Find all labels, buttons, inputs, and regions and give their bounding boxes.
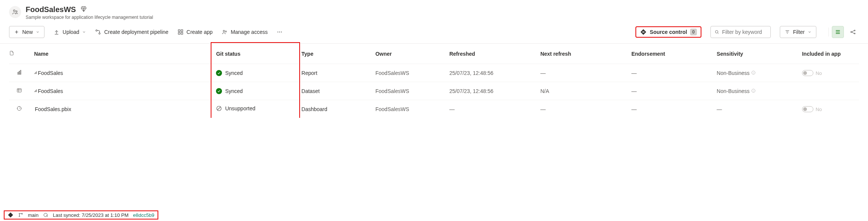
svg-rect-23	[17, 88, 21, 92]
svg-point-16	[851, 32, 852, 33]
file-icon	[9, 50, 14, 56]
row-git-status: Synced	[225, 88, 243, 94]
column-type[interactable]: Type	[302, 44, 375, 64]
git-icon	[640, 29, 647, 35]
workspace-icon	[9, 6, 21, 18]
column-owner[interactable]: Owner	[375, 44, 449, 64]
column-next-refresh[interactable]: Next refresh	[540, 44, 631, 64]
svg-point-12	[281, 32, 282, 32]
row-owner: FoodSalesWS	[375, 64, 449, 82]
toggle-label: No	[816, 107, 822, 112]
upload-button[interactable]: Upload	[54, 29, 86, 35]
svg-point-0	[14, 10, 15, 12]
lineage-view-button[interactable]	[847, 26, 859, 38]
column-included[interactable]: Included in app	[802, 44, 859, 64]
row-endorsement: —	[631, 100, 716, 118]
premium-diamond-icon	[80, 6, 87, 14]
svg-point-3	[99, 33, 100, 34]
row-owner: FoodSalesWS	[375, 82, 449, 100]
row-sensitivity: Non-Business	[717, 70, 750, 76]
info-icon[interactable]	[751, 70, 756, 75]
row-next-refresh: —	[540, 100, 631, 118]
svg-rect-21	[20, 70, 21, 75]
search-icon	[715, 29, 719, 35]
svg-point-1	[16, 11, 17, 12]
list-view-button[interactable]	[832, 26, 844, 38]
svg-point-8	[223, 30, 225, 32]
svg-rect-5	[181, 30, 183, 32]
info-icon[interactable]	[751, 88, 756, 93]
column-endorsement[interactable]: Endorsement	[631, 44, 716, 64]
create-pipeline-label: Create deployment pipeline	[104, 29, 168, 35]
row-name[interactable]: FoodSales	[38, 88, 63, 94]
upload-label: Upload	[63, 29, 79, 35]
filter-button-label: Filter	[793, 29, 805, 35]
column-sensitivity[interactable]: Sensitivity	[717, 44, 802, 64]
row-type-icon	[9, 100, 34, 118]
filter-button[interactable]: Filter	[780, 26, 816, 38]
filter-keyword-input[interactable]	[710, 26, 771, 38]
row-type: Dashboard	[302, 100, 375, 118]
row-name[interactable]: FoodSales.pbix	[35, 106, 71, 112]
svg-point-11	[279, 32, 280, 32]
workspace-title: FoodSalesWS	[26, 5, 76, 14]
filter-keyword-field[interactable]	[722, 29, 767, 35]
row-sensitivity: Non-Business	[717, 88, 750, 94]
create-app-label: Create app	[187, 29, 213, 35]
filter-icon	[785, 29, 790, 35]
row-git-status: Synced	[225, 70, 243, 76]
manage-access-button[interactable]: Manage access	[222, 29, 268, 35]
row-endorsement: —	[631, 82, 716, 100]
row-sensitivity: —	[717, 106, 722, 112]
table-row[interactable]: FoodSales.pbix Unsupported Dashboard Foo…	[9, 100, 859, 118]
items-table: Name Git status Type Owner Refreshed Nex…	[9, 44, 859, 118]
row-refreshed: —	[449, 100, 540, 118]
svg-rect-6	[178, 32, 180, 34]
row-type: Report	[302, 64, 375, 82]
new-button[interactable]: New	[9, 26, 44, 38]
svg-point-9	[225, 31, 227, 32]
column-refreshed[interactable]: Refreshed	[449, 44, 540, 64]
row-type-icon	[9, 82, 34, 100]
column-name[interactable]: Name	[34, 44, 216, 64]
create-app-button[interactable]: Create app	[178, 29, 213, 35]
svg-rect-4	[178, 30, 180, 32]
row-next-refresh: —	[540, 64, 631, 82]
toolbar: New Upload Create deployment pipeline Cr…	[0, 23, 868, 44]
svg-point-17	[854, 30, 855, 31]
toggle-label: No	[816, 70, 822, 76]
row-git-status: Unsupported	[225, 105, 255, 111]
lineage-icon	[850, 29, 856, 35]
svg-point-10	[277, 32, 278, 32]
source-control-button[interactable]: Source control 0	[635, 26, 701, 38]
svg-rect-20	[19, 71, 20, 74]
row-type-icon	[9, 64, 34, 82]
svg-rect-7	[181, 32, 183, 34]
svg-rect-19	[18, 72, 18, 74]
row-name[interactable]: FoodSales	[38, 70, 63, 76]
more-button[interactable]	[277, 29, 283, 35]
new-button-label: New	[22, 29, 33, 35]
workspace-subtitle: Sample workspace for application lifecyc…	[26, 15, 153, 20]
svg-point-15	[715, 30, 718, 33]
row-refreshed: 25/07/23, 12:48:56	[449, 64, 540, 82]
row-next-refresh: N/A	[540, 82, 631, 100]
svg-point-2	[96, 30, 97, 31]
manage-access-label: Manage access	[231, 29, 268, 35]
column-git-status[interactable]: Git status	[216, 44, 301, 64]
included-toggle[interactable]	[802, 70, 813, 76]
source-control-count: 0	[690, 29, 697, 35]
workspace-header: FoodSalesWS Sample workspace for applica…	[0, 0, 868, 23]
table-row[interactable]: ◢FoodSales Synced Report FoodSalesWS 25/…	[9, 64, 859, 82]
row-owner: FoodSalesWS	[375, 100, 449, 118]
source-control-label: Source control	[650, 29, 687, 35]
list-icon	[835, 29, 841, 35]
included-toggle[interactable]	[802, 106, 813, 112]
svg-point-18	[854, 33, 855, 34]
create-pipeline-button[interactable]: Create deployment pipeline	[95, 29, 168, 35]
row-type: Dataset	[302, 82, 375, 100]
table-row[interactable]: ◢FoodSales Synced Dataset FoodSalesWS 25…	[9, 82, 859, 100]
row-refreshed: 25/07/23, 12:48:56	[449, 82, 540, 100]
row-endorsement: —	[631, 64, 716, 82]
